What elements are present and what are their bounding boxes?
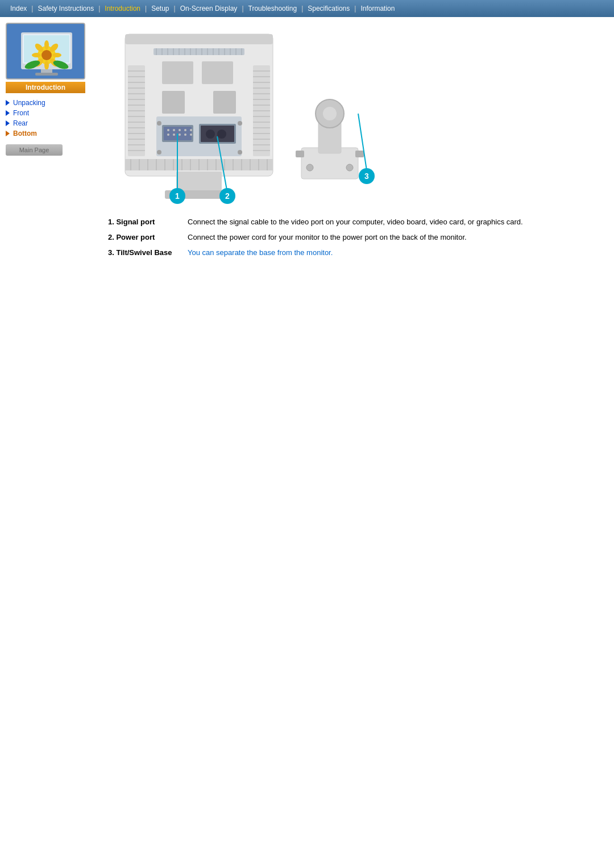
sidebar-section-label: Introduction	[6, 82, 85, 93]
sidebar-image	[6, 23, 85, 80]
svg-rect-19	[125, 34, 273, 44]
sidebar: Introduction Unpacking Front Rear	[6, 23, 97, 264]
sidebar-item-unpacking[interactable]: Unpacking	[6, 99, 97, 107]
svg-point-90	[157, 121, 161, 126]
nav-item-troubleshooting[interactable]: Troubleshooting	[244, 3, 302, 14]
nav-bar: Index | Safety Instructions | Introducti…	[0, 0, 614, 17]
main-container: Introduction Unpacking Front Rear	[0, 17, 614, 269]
svg-point-91	[157, 150, 161, 155]
base-side-diagram: 3	[284, 74, 375, 189]
svg-text:2: 2	[225, 191, 230, 201]
desc-text-3[interactable]: You can separate the base from the monit…	[188, 248, 333, 257]
desc-label-3: 3. Tilt/Swivel Base	[108, 248, 182, 257]
arrow-icon-unpacking	[6, 100, 10, 106]
desc-row-2: 2. Power port Connect the power cord for…	[108, 233, 603, 241]
main-page-button[interactable]: Main Page	[6, 144, 63, 156]
nav-item-osd[interactable]: On-Screen Display	[176, 3, 242, 14]
svg-point-84	[184, 133, 186, 136]
nav-item-safety[interactable]: Safety Instructions	[33, 3, 98, 14]
sidebar-nav: Unpacking Front Rear Bottom	[6, 99, 97, 137]
desc-row-3: 3. Tilt/Swivel Base You can separate the…	[108, 248, 603, 257]
svg-point-89	[217, 130, 226, 139]
svg-point-8	[32, 53, 41, 57]
desc-label-2: 2. Power port	[108, 233, 182, 241]
svg-rect-72	[213, 91, 236, 114]
arrow-icon-bottom	[6, 131, 10, 136]
descriptions: 1. Signal port Connect the signal cable …	[108, 218, 603, 257]
svg-rect-71	[162, 91, 185, 114]
desc-text-1: Connect the signal cable to the video po…	[188, 218, 523, 226]
svg-point-93	[238, 150, 242, 155]
svg-rect-70	[202, 61, 233, 84]
svg-point-78	[179, 129, 181, 131]
arrow-icon-front	[6, 110, 10, 116]
svg-point-79	[184, 129, 186, 131]
arrow-icon-rear	[6, 120, 10, 126]
svg-point-88	[206, 130, 215, 139]
svg-point-5	[42, 50, 52, 60]
svg-point-7	[44, 61, 49, 70]
svg-text:3: 3	[364, 172, 369, 181]
svg-rect-125	[355, 151, 364, 157]
svg-line-128	[358, 114, 367, 170]
nav-item-information[interactable]: Information	[356, 3, 399, 14]
svg-rect-20	[154, 48, 244, 55]
monitor-back-svg: 1 2	[108, 23, 290, 205]
main-content: 1 2	[102, 23, 608, 264]
sidebar-item-front[interactable]: Front	[6, 109, 97, 117]
desc-text-2: Connect the power cord for your monitor …	[188, 233, 467, 241]
nav-item-index[interactable]: Index	[6, 3, 31, 14]
svg-point-127	[346, 164, 353, 171]
nav-item-introduction[interactable]: Introduction	[100, 3, 145, 14]
desc-row-1: 1. Signal port Connect the signal cable …	[108, 218, 603, 226]
svg-point-123	[323, 107, 337, 120]
svg-rect-15	[35, 73, 58, 76]
svg-point-85	[190, 133, 192, 136]
monitor-back-diagram: 1 2	[108, 23, 290, 206]
svg-point-80	[190, 129, 192, 131]
svg-rect-124	[296, 151, 304, 157]
svg-rect-69	[162, 61, 193, 84]
svg-text:1: 1	[175, 191, 180, 201]
svg-point-83	[179, 133, 181, 136]
svg-point-92	[238, 121, 242, 126]
svg-point-6	[44, 40, 49, 49]
svg-point-126	[306, 164, 313, 171]
sidebar-monitor-svg	[7, 24, 85, 80]
sidebar-item-bottom[interactable]: Bottom	[6, 130, 97, 137]
base-side-svg: 3	[284, 74, 375, 187]
diagram-container: 1 2	[108, 23, 603, 206]
svg-point-77	[173, 129, 175, 131]
nav-item-setup[interactable]: Setup	[147, 3, 173, 14]
svg-point-9	[52, 53, 61, 57]
sidebar-item-rear[interactable]: Rear	[6, 119, 97, 127]
svg-point-82	[173, 133, 175, 136]
svg-point-76	[167, 129, 169, 131]
desc-label-1: 1. Signal port	[108, 218, 182, 226]
svg-point-81	[167, 133, 169, 136]
nav-item-specifications[interactable]: Specifications	[303, 3, 354, 14]
